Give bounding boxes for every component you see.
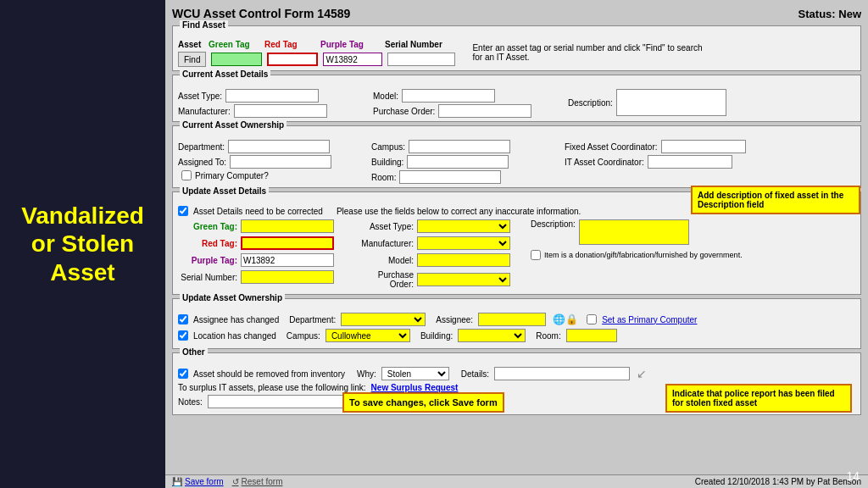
green-tag-input[interactable] (211, 53, 262, 66)
upd-left: Green Tag: Red Tag: Purple Tag: Serial N… (178, 219, 348, 291)
campus-upd-select[interactable]: Cullowhee (326, 329, 410, 342)
upd-serial-label: Serial Number: (178, 273, 237, 282)
save-form-link[interactable]: 💾 Save form (172, 477, 224, 486)
red-tag-input[interactable] (267, 53, 318, 66)
reset-icon: ↺ (232, 477, 239, 486)
update-asset-details-section: Update Asset Details Asset Details need … (172, 191, 861, 295)
description-tooltip: Add description of fixed asset in the De… (691, 186, 860, 214)
update-asset-ownership-section: Update Asset Ownership Assignee has chan… (172, 298, 861, 349)
assigned-to-field[interactable] (230, 155, 331, 169)
it-asset-coord-field[interactable] (648, 155, 732, 169)
donation-checkbox[interactable] (531, 250, 541, 260)
main-content: WCU Asset Control Form 14589 Status: New… (165, 0, 868, 488)
reset-form-label: Reset form (242, 477, 283, 486)
red-tag-header: Red Tag (264, 40, 315, 49)
notes-label: Notes: (178, 397, 203, 407)
find-asset-legend: Find Asset (180, 20, 228, 30)
upd-asset-type-select[interactable] (417, 219, 510, 233)
asset-type-label: Asset Type: (178, 92, 222, 101)
slide-number: 14 (846, 469, 860, 483)
dept-label: Department: (178, 142, 225, 152)
find-asset-description: Enter an asset tag or serial number and … (472, 43, 709, 62)
upd-green-tag-label: Green Tag: (178, 222, 237, 231)
police-report-tooltip: Indicate that police report has been fil… (665, 384, 852, 413)
description-field[interactable] (616, 89, 726, 116)
serial-number-input[interactable] (387, 53, 455, 66)
room-upd-input[interactable] (566, 329, 617, 342)
purchase-order-field[interactable] (438, 104, 531, 118)
campus-field[interactable] (409, 140, 510, 153)
asset-type-field[interactable] (225, 89, 319, 103)
upd-purchase-order-select[interactable] (417, 273, 510, 286)
upd-model-label: Model: (354, 256, 414, 265)
details-label: Details: (461, 369, 489, 379)
set-primary-label[interactable]: Set as Primary Computer (602, 315, 697, 324)
model-field[interactable] (402, 89, 495, 103)
update-asset-details-legend: Update Asset Details (180, 186, 269, 196)
location-changed-checkbox[interactable] (178, 330, 188, 341)
purple-tag-header: Purple Tag (320, 40, 380, 49)
upd-model-row: Model: (354, 253, 524, 267)
upd-description-field[interactable] (579, 219, 689, 245)
asset-type-row: Asset Type: (178, 89, 364, 103)
upd-green-tag-input[interactable] (241, 219, 334, 233)
other-legend: Other (180, 347, 208, 357)
reset-form-link[interactable]: ↺ Reset form (232, 477, 283, 486)
it-asset-coord-label: IT Asset Coordinator: (565, 158, 644, 167)
upd-red-tag-input[interactable] (241, 236, 334, 250)
instruction-text: Please use the fields below to correct a… (337, 207, 581, 216)
manufacturer-field[interactable] (234, 104, 327, 118)
upd-asset-type-label: Asset Type: (354, 222, 414, 231)
current-asset-details-legend: Current Asset Details (180, 69, 270, 79)
it-asset-coord-row: IT Asset Coordinator: (565, 155, 855, 169)
bottom-left: 💾 Save form ↺ Reset form (172, 477, 282, 486)
other-section: Other Asset should be removed from inven… (172, 352, 861, 415)
upd-model-input[interactable] (417, 253, 510, 267)
find-button[interactable]: Find (178, 52, 206, 67)
purchase-order-row: Purchase Order: (373, 104, 559, 118)
assignee-upd-label: Assignee: (436, 315, 473, 324)
upd-purchase-order-row: Purchase Order: (354, 270, 524, 289)
set-primary-checkbox[interactable] (587, 314, 597, 324)
upd-manufacturer-select[interactable] (417, 236, 510, 250)
created-text: Created 12/10/2018 1:43 PM by Pat Benson (695, 477, 861, 486)
building-label: Building: (371, 158, 403, 167)
asset-details-corrected-checkbox[interactable] (178, 206, 188, 216)
upd-right: Description: Item is a donation/gift/fab… (531, 219, 855, 291)
asset-col-label: Asset (178, 40, 203, 49)
upd-manufacturer-row: Manufacturer: (354, 236, 524, 250)
building-field[interactable] (407, 155, 509, 169)
assignee-upd-input[interactable] (478, 313, 546, 326)
status-text: Status: New (798, 8, 861, 20)
dept-upd-select[interactable] (341, 313, 426, 326)
assigned-to-row: Assigned To: (178, 155, 364, 169)
why-select[interactable]: Stolen (381, 367, 449, 380)
fixed-asset-coord-field[interactable] (661, 140, 746, 153)
bottom-bar: 💾 Save form ↺ Reset form Created 12/10/2… (165, 474, 868, 488)
upd-purple-tag-input[interactable] (241, 253, 334, 267)
assignee-icon: 🌐🔒 (553, 313, 578, 325)
find-asset-left: Asset Green Tag Red Tag Purple Tag Seria… (178, 40, 455, 67)
upd-manufacturer-label: Manufacturer: (354, 239, 414, 248)
surplus-link[interactable]: New Surplus Request (371, 383, 459, 392)
primary-computer-label: Primary Computer? (195, 171, 269, 180)
primary-computer-checkbox[interactable] (181, 170, 192, 180)
assignee-changed-label: Assignee has changed (193, 315, 279, 324)
dept-row: Department: (178, 140, 364, 153)
find-inputs-row: Find (178, 52, 455, 67)
primary-computer-row: Primary Computer? (181, 170, 364, 180)
building-upd-select[interactable] (458, 329, 526, 342)
upd-serial-input[interactable] (241, 270, 334, 284)
save-form-label: Save form (185, 477, 224, 486)
room-field[interactable] (399, 170, 501, 184)
form-title: WCU Asset Control Form 14589 (172, 7, 350, 20)
details-field[interactable] (494, 367, 630, 380)
purple-tag-input[interactable] (323, 53, 382, 66)
dept-field[interactable] (228, 140, 330, 153)
assignee-changed-checkbox[interactable] (178, 314, 188, 324)
room-label: Room: (371, 173, 396, 182)
remove-inventory-checkbox[interactable] (178, 369, 188, 379)
dept-upd-label: Department: (289, 315, 336, 324)
upd-red-tag-label: Red Tag: (178, 239, 237, 248)
find-asset-row: Asset Green Tag Red Tag Purple Tag Seria… (178, 40, 855, 67)
